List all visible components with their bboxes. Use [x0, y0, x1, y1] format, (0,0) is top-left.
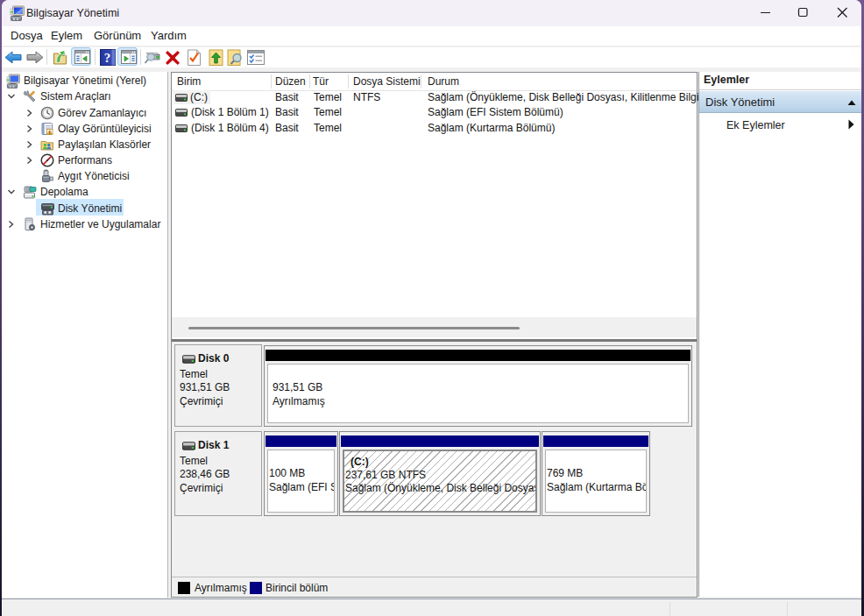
svg-text:?: ?	[104, 51, 111, 65]
